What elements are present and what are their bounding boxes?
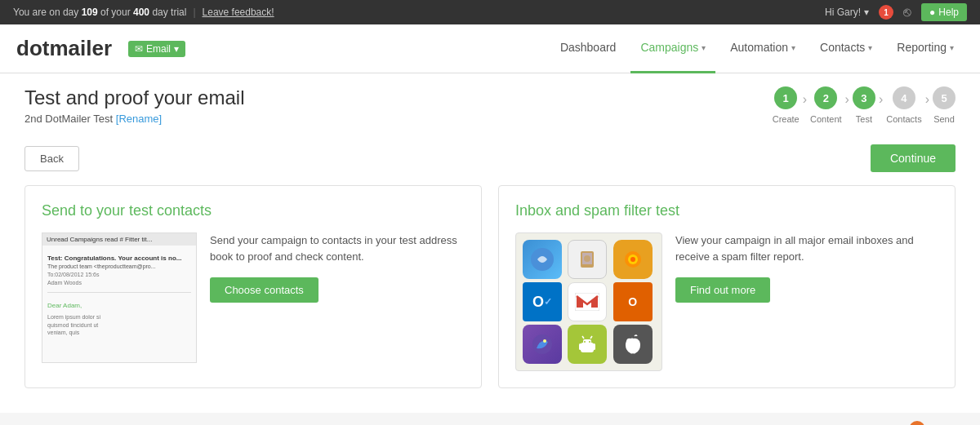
top-bar-right: Hi Gary! ▾ 1 ⎋ ● Help (825, 3, 967, 21)
step-3: 3 Test (853, 86, 875, 124)
page-subtitle: 2nd DotMailer Test [Rename] (24, 113, 244, 125)
step-4-circle: 4 (893, 86, 915, 109)
help-label: Help (938, 7, 959, 18)
nav-dashboard-label: Dashboard (560, 41, 617, 54)
nav-right: Dashboard Campaigns ▾ Automation ▾ Conta… (550, 24, 964, 73)
hi-gary-menu[interactable]: Hi Gary! ▾ (825, 7, 869, 18)
client-icon-gmail (568, 282, 607, 321)
email-clients-grid: O✓ O (515, 232, 662, 371)
step-5: 5 Send (933, 86, 956, 124)
nav-left: dotmailer ✉ Email ▾ (16, 36, 185, 61)
svg-point-14 (584, 341, 586, 343)
preview-body-divider (47, 292, 191, 298)
preview-subject: Test: Congratulations. Your account is n… (47, 254, 191, 263)
logout-icon[interactable]: ⎋ (903, 5, 911, 20)
test-contacts-card: Send to your test contacts Unread Campai… (24, 185, 482, 388)
svg-point-15 (589, 341, 590, 343)
email-icon: ✉ (135, 43, 143, 55)
step-3-label: Test (856, 114, 872, 124)
action-bar: Back Continue (0, 138, 980, 185)
step-arrow-1: › (803, 92, 807, 107)
step-2: 2 Content (810, 86, 842, 124)
feedback-link[interactable]: Leave feedback! (203, 7, 274, 18)
preview-to: Adam Woods (47, 279, 191, 287)
litmus-logo: L (909, 421, 925, 425)
nav-bar: dotmailer ✉ Email ▾ Dashboard Campaigns … (0, 24, 980, 73)
contacts-chevron-icon: ▾ (868, 43, 872, 52)
separator: | (193, 7, 195, 18)
email-chevron-icon: ▾ (174, 43, 179, 55)
test-contacts-title: Send to your test contacts (42, 202, 465, 219)
svg-point-9 (543, 339, 546, 343)
page-title-area: Test and proof your email 2nd DotMailer … (24, 86, 244, 125)
client-icon-orange (613, 240, 653, 279)
cards-row: Send to your test contacts Unread Campai… (0, 185, 980, 413)
page-header: Test and proof your email 2nd DotMailer … (0, 73, 980, 138)
step-indicator: 1 Create › 2 Content › 3 Test › 4 Contac… (773, 86, 956, 124)
test-contacts-body: Unread Campaigns read # Fitter tit... Te… (42, 232, 465, 363)
logo: dotmailer (16, 36, 112, 61)
client-icon-stamp (568, 240, 607, 279)
find-out-more-button[interactable]: Find out more (675, 277, 770, 303)
svg-line-12 (582, 336, 584, 339)
notification-badge[interactable]: 1 (879, 5, 893, 20)
spam-filter-title: Inbox and spam filter test (515, 202, 938, 219)
step-arrow-4: › (925, 92, 929, 107)
step-1-label: Create (773, 114, 800, 124)
test-contacts-desc: Send your campaign to contacts in your t… (210, 232, 465, 264)
preview-from: The product team <theproductteam@pro... (47, 263, 191, 271)
svg-line-13 (590, 336, 592, 339)
campaigns-chevron-icon: ▾ (702, 43, 706, 52)
client-icon-apple (613, 325, 653, 364)
svg-point-3 (584, 255, 590, 262)
trial-day: 109 (82, 7, 98, 18)
email-preview: Unread Campaigns read # Fitter tit... Te… (42, 232, 197, 363)
nav-automation-label: Automation (730, 41, 788, 54)
help-button[interactable]: ● Help (921, 3, 967, 21)
step-4: 4 Contacts (886, 86, 921, 124)
svg-rect-17 (593, 343, 595, 350)
chevron-down-icon: ▾ (864, 7, 869, 18)
client-icon-blue (523, 240, 562, 279)
nav-campaigns-label: Campaigns (640, 41, 698, 54)
continue-button[interactable]: Continue (871, 144, 956, 172)
outlook2-letter: O (628, 295, 637, 308)
step-5-circle: 5 (933, 86, 956, 109)
step-arrow-2: › (845, 92, 849, 107)
nav-item-reporting[interactable]: Reporting ▾ (887, 24, 964, 73)
logo-mailer: mailer (49, 36, 112, 60)
nav-item-campaigns[interactable]: Campaigns ▾ (630, 24, 715, 73)
email-preview-inner: Test: Congratulations. Your account is n… (42, 249, 196, 342)
reporting-chevron-icon: ▾ (950, 43, 954, 52)
step-1: 1 Create (773, 86, 800, 124)
email-label: Email (146, 43, 171, 55)
email-preview-header: Unread Campaigns read # Fitter tit... (42, 233, 196, 246)
spam-filter-body: O✓ O View your c (515, 232, 938, 371)
automation-chevron-icon: ▾ (791, 43, 795, 52)
preview-lorem: Lorem ipsum dolor siquismod tincidunt ut… (47, 313, 191, 337)
test-contacts-text: Send your campaign to contacts in your t… (210, 232, 465, 303)
choose-contacts-button[interactable]: Choose contacts (210, 277, 318, 303)
email-badge[interactable]: ✉ Email ▾ (128, 41, 185, 57)
help-circle-icon: ● (929, 7, 935, 18)
step-1-circle: 1 (774, 86, 797, 109)
rename-link[interactable]: [Rename] (116, 113, 162, 125)
nav-item-contacts[interactable]: Contacts ▾ (810, 24, 882, 73)
nav-item-dashboard[interactable]: Dashboard (550, 24, 626, 73)
top-bar: You are on day 109 of your 400 day trial… (0, 0, 980, 24)
spam-filter-card: Inbox and spam filter test O✓ (498, 185, 956, 388)
client-icon-thunderbird (523, 325, 562, 364)
step-3-circle: 3 (853, 86, 875, 109)
svg-rect-16 (579, 343, 581, 350)
spam-filter-desc: View your campaign in all major email in… (675, 232, 938, 264)
step-4-label: Contacts (886, 114, 921, 124)
logo-dot: dot (16, 36, 49, 60)
trial-total: 400 (133, 7, 149, 18)
page-title: Test and proof your email (24, 86, 244, 109)
preview-greeting: Dear Adam, (47, 301, 191, 310)
preview-date: To:02/08/2012 15:6s (47, 271, 191, 279)
nav-item-automation[interactable]: Automation ▾ (720, 24, 805, 73)
nav-contacts-label: Contacts (820, 41, 865, 54)
preview-header-text: Unread Campaigns read # Fitter tit... (47, 236, 152, 243)
back-button[interactable]: Back (24, 146, 79, 171)
